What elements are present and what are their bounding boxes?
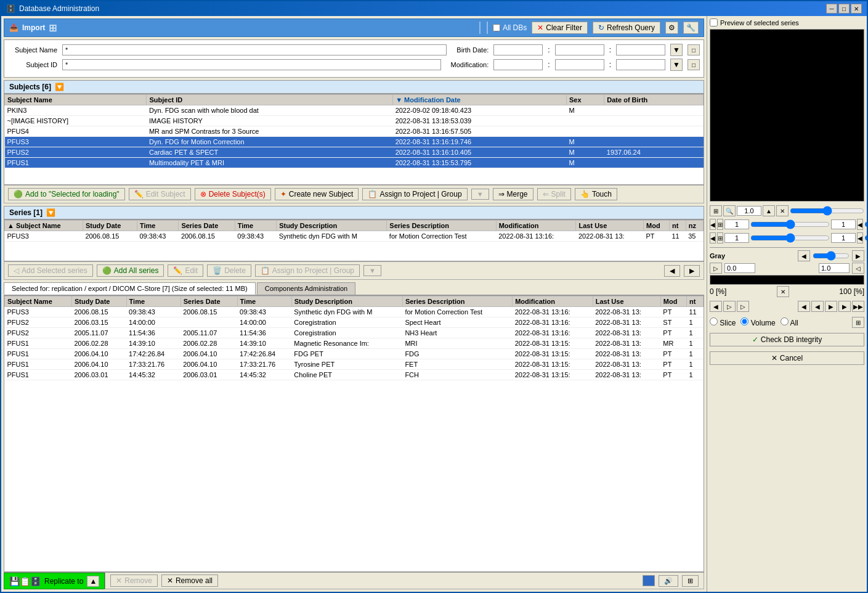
scol-last-use[interactable]: Last Use xyxy=(576,221,644,231)
zoom-reset[interactable]: ✕ xyxy=(776,205,789,216)
scol-mod[interactable]: Mod xyxy=(644,221,670,231)
modification-clear[interactable]: □ xyxy=(688,59,700,70)
table-row[interactable]: PFUS4 MR and SPM Contrasts for 3 Source … xyxy=(5,126,704,137)
slice-slider2[interactable] xyxy=(864,233,867,243)
selcol-stime[interactable]: Time xyxy=(237,296,291,307)
birth-date-dropdown[interactable]: ▼ xyxy=(670,44,683,56)
maximize-button[interactable]: □ xyxy=(838,4,850,14)
subjects-dropdown[interactable]: 🔽 xyxy=(55,83,64,91)
selcol-last-use[interactable]: Last Use xyxy=(593,296,660,307)
nav-right[interactable]: ⊞ xyxy=(717,219,723,230)
table-row[interactable]: PFUS2 2005.11.07 11:54:36 2005.11.07 11:… xyxy=(5,328,704,338)
frame-slider2[interactable] xyxy=(864,219,867,229)
scol-nt[interactable]: nt xyxy=(669,221,686,231)
zoom-fit[interactable]: ⊞ xyxy=(710,205,722,216)
edit-subject-button[interactable]: ✏️ Edit Subject xyxy=(129,188,191,200)
modification-input-3[interactable] xyxy=(616,59,665,70)
col-subject-name[interactable]: Subject Name xyxy=(5,95,147,105)
preview-checkbox[interactable] xyxy=(710,18,718,27)
scol-study-date[interactable]: Study Date xyxy=(83,221,137,231)
series-edit-button[interactable]: ✏️ Edit xyxy=(168,264,203,277)
birth-date-input-3[interactable] xyxy=(616,44,665,55)
clear-filter-button[interactable]: ✕ Clear Filter xyxy=(532,22,588,34)
scol-study-desc[interactable]: Study Description xyxy=(277,221,387,231)
scol-nz[interactable]: nz xyxy=(686,221,703,231)
series-assign-dropdown[interactable]: ▼ xyxy=(363,265,381,276)
col-dob[interactable]: Date of Birth xyxy=(604,95,704,105)
selcol-subject[interactable]: Subject Name xyxy=(5,296,72,307)
nav-btn-4[interactable]: ◀ xyxy=(798,301,810,312)
assign-dropdown[interactable]: ▼ xyxy=(471,189,489,200)
nav-btn-3[interactable]: ▷ xyxy=(737,301,749,312)
selcol-study-date[interactable]: Study Date xyxy=(71,296,126,307)
scol-series-date[interactable]: Series Date xyxy=(179,221,235,231)
gray-min-input[interactable] xyxy=(724,263,755,273)
merge-button[interactable]: ⇒ Merge xyxy=(493,188,533,200)
modification-input-2[interactable] xyxy=(555,59,604,70)
slice-up[interactable]: ◀ xyxy=(857,232,863,243)
import-expand[interactable]: ⊞ xyxy=(49,22,57,34)
volume-radio[interactable]: Volume xyxy=(740,317,775,327)
selcol-mod[interactable]: Mod xyxy=(660,296,686,307)
settings-button[interactable]: ⚙ xyxy=(665,22,678,34)
birth-date-clear[interactable]: □ xyxy=(688,44,700,55)
selcol-nt[interactable]: nt xyxy=(686,296,703,307)
view-mode-btn[interactable]: ⊞ xyxy=(852,317,864,328)
create-new-subject-button[interactable]: ✦ Create new Subject xyxy=(275,188,359,200)
refresh-query-button[interactable]: ↻ Refresh Query xyxy=(593,22,660,34)
subject-name-input[interactable] xyxy=(62,44,447,55)
selcol-study-desc[interactable]: Study Description xyxy=(291,296,402,307)
selcol-series-date[interactable]: Series Date xyxy=(180,296,237,307)
col-subject-id[interactable]: Subject ID xyxy=(147,95,393,105)
table-row[interactable]: PFUS1 2006.04.10 17:42:26.84 2006.04.10 … xyxy=(5,349,704,359)
slice-radio[interactable]: Slice xyxy=(710,317,736,327)
series-nav-next[interactable]: ▶ xyxy=(684,265,700,277)
cancel-button[interactable]: ✕ Cancel xyxy=(710,351,864,365)
extra-button[interactable]: 🔧 xyxy=(683,22,699,34)
frame-slider[interactable] xyxy=(750,219,830,229)
add-selected-series-button[interactable]: ◁ Add Selected series xyxy=(8,264,93,277)
selcol-series-desc[interactable]: Series Description xyxy=(402,296,512,307)
nav-btn-7[interactable]: ▶ xyxy=(838,301,851,312)
table-row[interactable]: PFUS1 Multimodality PET & MRI 2022-08-31… xyxy=(5,158,704,168)
slice-input[interactable] xyxy=(724,233,749,243)
minimize-button[interactable]: ─ xyxy=(826,4,837,14)
zoom-up[interactable]: ▲ xyxy=(763,205,775,216)
gray-slider[interactable] xyxy=(813,251,850,261)
slice-slider[interactable] xyxy=(750,233,830,243)
subject-id-input[interactable] xyxy=(62,59,441,70)
remove-all-button[interactable]: ✕ Remove all xyxy=(161,575,218,587)
gray-right[interactable]: ▶ xyxy=(852,250,864,261)
scol-subject[interactable]: ▲ Subject Name xyxy=(5,221,83,231)
birth-date-input-1[interactable] xyxy=(493,44,543,55)
scol-series-desc[interactable]: Series Description xyxy=(387,221,496,231)
table-row[interactable]: PFUS2 2006.03.15 14:00:00 14:00:00 Coreg… xyxy=(5,317,704,328)
frame-input[interactable] xyxy=(724,219,749,229)
table-row[interactable]: ~[IMAGE HISTORY] IMAGE HISTORY 2022-08-3… xyxy=(5,116,704,126)
scol-modification[interactable]: Modification xyxy=(496,221,576,231)
table-row[interactable]: PFUS3 Dyn. FDG for Motion Correction 202… xyxy=(5,137,704,147)
nav-btn-1[interactable]: ◀ xyxy=(710,301,722,312)
table-row[interactable]: PKIN3 Dyn. FDG scan with whole blood dat… xyxy=(5,105,704,116)
add-selected-button[interactable]: 🟢 Add to "Selected for loading" xyxy=(8,188,125,200)
delete-subjects-button[interactable]: ⊗ Delete Subject(s) xyxy=(195,188,271,200)
grid-button[interactable]: ⊞ xyxy=(682,575,699,587)
gray-max-input[interactable] xyxy=(819,263,850,273)
gray-reset[interactable]: ◁ xyxy=(852,263,864,274)
birth-date-input-2[interactable] xyxy=(555,44,604,55)
table-row[interactable]: PFUS3 2006.08.15 09:38:43 2006.08.15 09:… xyxy=(5,231,704,242)
zoom-in[interactable]: 🔍 xyxy=(723,205,736,216)
slice-max[interactable] xyxy=(831,233,856,243)
nav2-right[interactable]: ⊞ xyxy=(717,232,723,243)
all-radio[interactable]: All xyxy=(781,317,798,327)
all-dbs-checkbox[interactable]: All DBs xyxy=(493,23,527,32)
selcol-modification[interactable]: Modification xyxy=(513,296,593,307)
frame-up[interactable]: ◀ xyxy=(857,219,863,230)
table-row[interactable]: PFUS3 2006.08.15 09:38:43 2006.08.15 09:… xyxy=(5,307,704,317)
nav-left[interactable]: ◀ xyxy=(710,219,716,230)
series-nav-prev[interactable]: ◀ xyxy=(664,265,680,277)
series-dropdown[interactable]: 🔽 xyxy=(46,208,55,217)
tab-components[interactable]: Components Administration xyxy=(257,282,356,295)
remove-button[interactable]: ✕ Remove xyxy=(110,575,158,587)
nav-btn-2[interactable]: ▷ xyxy=(723,301,736,312)
